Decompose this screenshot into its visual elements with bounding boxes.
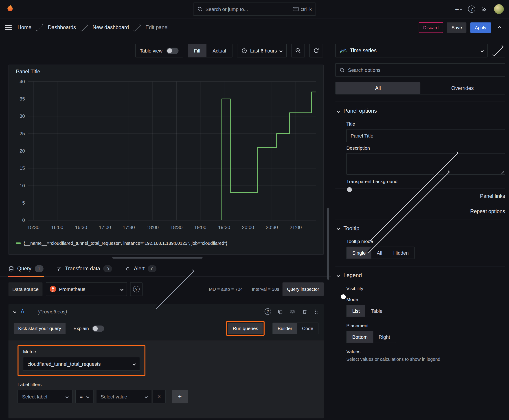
- value-select[interactable]: Select value: [96, 390, 152, 403]
- zoom-out-button[interactable]: [291, 44, 305, 57]
- run-queries-button[interactable]: Run queries: [228, 323, 263, 334]
- tooltip-mode-segmented: Single All Hidden: [346, 247, 415, 259]
- chevron-up-icon: [498, 26, 501, 29]
- tooltip-title: Tooltip: [343, 225, 359, 232]
- apply-button[interactable]: Apply: [471, 22, 491, 33]
- label-select-placeholder: Select label: [22, 394, 47, 399]
- collapse-options-button[interactable]: [491, 44, 505, 57]
- add-filter-button[interactable]: +: [172, 390, 188, 403]
- query-options-summary: MD = auto = 704 Interval = 30s: [209, 286, 279, 292]
- legend-series-label[interactable]: {__name__="cloudflared_tunnel_total_requ…: [24, 240, 227, 246]
- query-datasource-hint: (Prometheus): [38, 309, 67, 314]
- zoom-out-icon: [295, 48, 301, 54]
- mode-list-option[interactable]: List: [347, 305, 365, 317]
- panel-options-title: Panel options: [343, 108, 377, 114]
- repeat-options-section[interactable]: Repeat options: [335, 204, 505, 219]
- global-search[interactable]: ctrl+k: [193, 3, 316, 16]
- code-mode-option[interactable]: Code: [297, 323, 318, 334]
- datasource-name: Prometheus: [59, 286, 85, 292]
- mode-table-option[interactable]: Table: [365, 305, 388, 317]
- query-help-icon[interactable]: ?: [265, 308, 271, 315]
- breadcrumb-dashboards[interactable]: Dashboards: [48, 25, 76, 30]
- breadcrumb-bar: Home Dashboards New dashboard Edit panel…: [0, 18, 509, 37]
- datasource-picker[interactable]: Prometheus: [46, 282, 127, 296]
- panel-options-section[interactable]: Panel options: [335, 102, 505, 118]
- explain-toggle[interactable]: [92, 325, 104, 331]
- avatar[interactable]: [494, 4, 504, 14]
- collapse-header-button[interactable]: [495, 26, 504, 29]
- tab-all[interactable]: All: [336, 82, 420, 94]
- svg-text:20:00: 20:00: [242, 225, 254, 230]
- vertical-scrollbar[interactable]: [327, 208, 329, 280]
- operator-select[interactable]: =: [76, 390, 94, 403]
- panel-title-input[interactable]: [346, 129, 505, 142]
- duplicate-query-icon[interactable]: [278, 309, 283, 314]
- description-input[interactable]: [346, 153, 505, 174]
- delete-query-icon[interactable]: [302, 309, 307, 314]
- datasource-help-button[interactable]: ?: [130, 282, 143, 296]
- search-input[interactable]: [205, 6, 290, 12]
- tooltip-all-option[interactable]: All: [371, 247, 387, 259]
- builder-mode-option[interactable]: Builder: [273, 323, 297, 334]
- placement-bottom-option[interactable]: Bottom: [347, 331, 373, 343]
- refresh-button[interactable]: [309, 44, 323, 57]
- chart-legend[interactable]: {__name__="cloudflared_tunnel_total_requ…: [13, 240, 319, 246]
- breadcrumb-new-dashboard[interactable]: New dashboard: [92, 25, 129, 30]
- query-collapse-icon[interactable]: [13, 310, 16, 313]
- chevron-down-icon: [144, 395, 148, 398]
- svg-text:15: 15: [20, 165, 25, 171]
- menu-icon[interactable]: [5, 25, 12, 30]
- label-select[interactable]: Select label: [17, 390, 73, 403]
- add-button[interactable]: +: [455, 6, 462, 12]
- placement-label: Placement: [346, 323, 505, 328]
- query-card: A (Prometheus) ?: [8, 304, 324, 418]
- svg-text:17:00: 17:00: [99, 225, 111, 230]
- tooltip-section[interactable]: Tooltip: [335, 219, 505, 236]
- values-hint: Select values or calculations to show in…: [346, 357, 505, 362]
- options-search-input[interactable]: [348, 67, 501, 73]
- shortcut-label: ctrl+k: [301, 7, 312, 12]
- explain-control: Explain: [73, 325, 104, 331]
- grafana-logo-icon[interactable]: [5, 4, 15, 14]
- fill-option[interactable]: Fill: [188, 44, 206, 57]
- legend-section[interactable]: Legend: [335, 267, 505, 283]
- breadcrumb-home[interactable]: Home: [17, 25, 31, 30]
- max-data-points: MD = auto = 704: [209, 286, 243, 292]
- keyboard-icon: [293, 7, 299, 11]
- panel-title[interactable]: Panel Title: [13, 68, 319, 76]
- help-icon[interactable]: ?: [468, 6, 475, 13]
- discard-button[interactable]: Discard: [418, 22, 443, 33]
- tab-transform-label: Transform data: [65, 266, 100, 272]
- hide-query-icon[interactable]: [289, 309, 295, 315]
- table-view-toggle[interactable]: [166, 48, 178, 54]
- tab-transform-data[interactable]: Transform data 0: [56, 265, 112, 277]
- tab-overrides[interactable]: Overrides: [420, 82, 505, 94]
- tooltip-single-option[interactable]: Single: [347, 247, 371, 259]
- svg-text:10: 10: [20, 183, 25, 188]
- drag-handle-icon[interactable]: [314, 309, 319, 314]
- horizontal-scrollbar[interactable]: [112, 257, 202, 259]
- chevron-down-icon: [481, 49, 484, 52]
- tab-alert[interactable]: Alert 0: [125, 265, 157, 277]
- placement-right-option[interactable]: Right: [373, 331, 396, 343]
- query-inspector-button[interactable]: Query inspector: [282, 282, 324, 296]
- tooltip-hidden-option[interactable]: Hidden: [388, 247, 414, 259]
- grafana-flame-icon: [6, 4, 15, 14]
- news-icon[interactable]: [482, 6, 488, 12]
- save-button[interactable]: Save: [447, 22, 467, 33]
- options-search[interactable]: [335, 63, 505, 76]
- remove-filter-button[interactable]: ×: [153, 390, 166, 403]
- metric-select[interactable]: cloudflared_tunnel_total_requests: [23, 357, 140, 371]
- search-icon: [197, 7, 202, 12]
- editor-tabs: Query 1 Transform data 0: [0, 261, 331, 277]
- horizontal-scroll-track: [0, 255, 331, 261]
- visualization-picker[interactable]: Time series: [335, 44, 487, 57]
- tab-query[interactable]: Query 1: [8, 265, 44, 277]
- svg-text:18:30: 18:30: [170, 225, 182, 230]
- time-range-picker[interactable]: Last 6 hours: [237, 44, 287, 57]
- description-label: Description: [346, 145, 505, 150]
- panel-edit-pane: Table view Fill Actual Last 6 hours: [0, 37, 331, 420]
- actual-option[interactable]: Actual: [206, 44, 232, 57]
- kick-start-button[interactable]: Kick start your query: [14, 323, 66, 334]
- database-icon: [8, 266, 14, 271]
